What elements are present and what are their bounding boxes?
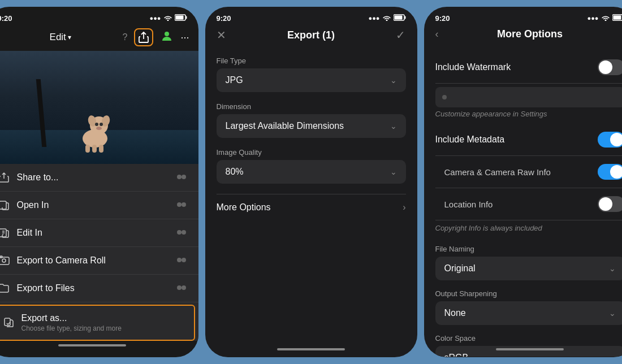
signal-icon-3: ●●● (588, 15, 599, 21)
output-sharpening-dropdown[interactable]: None ⌄ (435, 301, 623, 325)
svg-point-10 (96, 127, 102, 130)
battery-icon-3 (612, 14, 623, 22)
dimension-value: Largest Available Dimensions (226, 121, 344, 131)
phone-3: 9:20 ●●● ‹ More Options (424, 7, 623, 357)
location-info-row[interactable]: Location Info (435, 188, 623, 220)
open-in-icon (0, 199, 10, 211)
include-metadata-label: Include Metadata (435, 135, 505, 145)
edit-chevron-icon: ▾ (68, 33, 71, 41)
more-icon[interactable]: ··· (180, 32, 189, 44)
svg-point-9 (100, 123, 103, 126)
file-type-dropdown[interactable]: JPG ⌄ (217, 68, 406, 92)
phone-2: 9:20 ●●● ✕ Export (1) ✓ (205, 7, 417, 357)
menu-item-export-files[interactable]: Export to Files (0, 275, 198, 302)
file-type-label: File Type (217, 57, 406, 65)
export-as-icon (2, 317, 15, 329)
time-2: 9:20 (217, 14, 231, 23)
camera-raw-toggle[interactable] (598, 164, 623, 180)
time-1: 9:20 (0, 14, 12, 23)
svg-rect-13 (99, 145, 103, 153)
edit-label: Edit ▾ (50, 32, 71, 43)
svg-rect-16 (0, 201, 6, 209)
more-options-label: More Options (217, 202, 271, 213)
svg-rect-1 (175, 16, 183, 20)
export-camera-roll-icon (0, 254, 10, 267)
dimension-dropdown[interactable]: Largest Available Dimensions ⌄ (217, 114, 406, 138)
file-naming-section-label: File Naming (435, 245, 623, 253)
photo-background (0, 51, 198, 164)
open-in-right-icon (176, 201, 187, 210)
quality-label: Image Quality (217, 148, 406, 157)
file-naming-dropdown[interactable]: Original ⌄ (435, 257, 623, 280)
signal-icon: ●●● (150, 15, 161, 21)
svg-point-20 (177, 230, 182, 235)
include-watermark-toggle[interactable] (598, 59, 623, 75)
share-to-right-icon (176, 173, 187, 183)
file-naming-chevron-icon: ⌄ (609, 264, 616, 273)
back-button-3[interactable]: ‹ (435, 28, 439, 40)
svg-point-26 (182, 258, 186, 262)
share-to-label: Share to... (17, 172, 59, 183)
watermark-dot (442, 95, 447, 99)
svg-point-3 (165, 32, 169, 36)
camera-raw-row[interactable]: Camera & Camera Raw Info (435, 156, 623, 188)
color-space-dropdown[interactable]: sRGB ⌄ (435, 346, 623, 357)
edit-in-icon (0, 227, 10, 239)
phone2-header: ✕ Export (1) ✓ (205, 27, 417, 47)
svg-point-23 (2, 259, 6, 262)
confirm-button-2[interactable]: ✓ (396, 28, 405, 42)
svg-point-14 (177, 175, 182, 179)
svg-point-15 (182, 175, 186, 179)
export-files-icon (0, 282, 10, 294)
status-bar-2: 9:20 ●●● (205, 7, 417, 27)
svg-rect-32 (404, 16, 405, 19)
output-sharpening-value: None (444, 308, 466, 318)
status-icons-3: ●●● (588, 14, 622, 22)
battery-icon (175, 14, 187, 22)
phone-1: 9:20 ●●● ‹ Edit (0, 7, 198, 357)
header-icons: ? ··· (123, 28, 189, 46)
output-sharpening-section-label: Output Sharpening (435, 289, 623, 298)
file-naming-value: Original (444, 263, 476, 274)
watermark-preview (435, 87, 623, 107)
quality-value: 80% (226, 167, 244, 177)
menu-item-export-camera-roll[interactable]: Export to Camera Roll (0, 247, 198, 275)
share-button[interactable] (134, 28, 153, 46)
menu-item-export-as[interactable]: Export as... Choose file type, sizing an… (0, 305, 195, 341)
share-to-icon (0, 171, 10, 184)
svg-point-25 (177, 258, 182, 262)
svg-point-27 (177, 285, 182, 290)
export-camera-roll-right-icon (176, 256, 187, 266)
color-space-chevron-icon: ⌄ (609, 353, 616, 357)
close-button-2[interactable]: ✕ (217, 28, 226, 42)
svg-rect-22 (0, 257, 9, 265)
location-info-toggle[interactable] (598, 196, 623, 212)
help-icon[interactable]: ? (123, 32, 128, 42)
include-metadata-toggle[interactable] (598, 132, 623, 148)
phone3-header: ‹ More Options (424, 27, 623, 46)
svg-rect-11 (85, 145, 90, 153)
export-camera-roll-label: Export to Camera Roll (17, 255, 106, 266)
include-watermark-row[interactable]: Include Watermark (435, 51, 623, 84)
wifi-icon (163, 14, 172, 22)
color-space-value: sRGB (444, 353, 469, 357)
home-indicator-2 (277, 348, 345, 350)
menu-item-edit-in[interactable]: Edit In (0, 219, 198, 247)
export-as-label: Export as... (21, 313, 122, 323)
output-sharpening-chevron-icon: ⌄ (609, 309, 616, 318)
menu-item-share[interactable]: Share to... (0, 164, 198, 192)
menu-item-open-in[interactable]: Open In (0, 192, 198, 219)
status-icons-2: ●●● (369, 14, 406, 22)
svg-point-28 (182, 285, 186, 290)
wifi-icon-2 (382, 14, 391, 22)
svg-point-21 (182, 230, 186, 235)
export-body: File Type JPG ⌄ Dimension Largest Availa… (205, 47, 417, 229)
quality-chevron-icon: ⌄ (390, 167, 397, 176)
export-title: Export (1) (287, 29, 335, 41)
svg-point-8 (95, 123, 98, 126)
more-options-title: More Options (497, 28, 563, 40)
more-options-row[interactable]: More Options › (217, 194, 406, 220)
quality-dropdown[interactable]: 80% ⌄ (217, 160, 406, 184)
profile-icon[interactable] (160, 29, 174, 46)
include-metadata-row[interactable]: Include Metadata (435, 124, 623, 156)
